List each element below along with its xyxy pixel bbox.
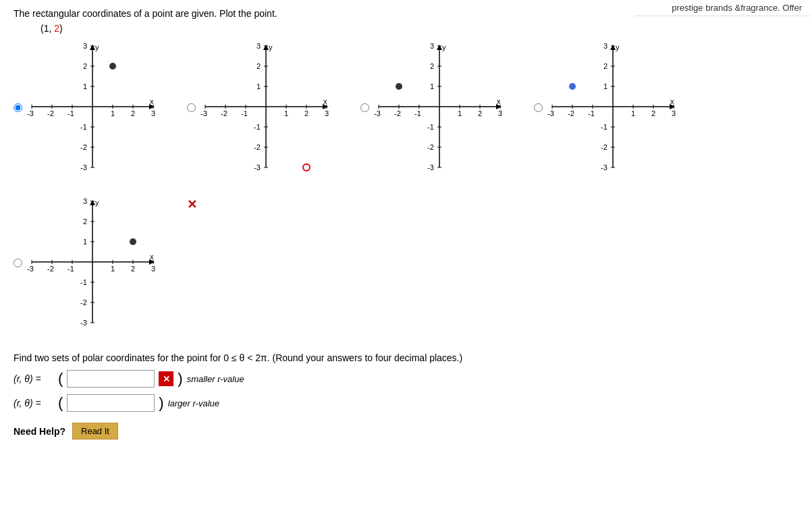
svg-text:-3: -3 [80, 163, 87, 171]
svg-text:-2: -2 [80, 298, 87, 307]
graph4-container: y x 3 2 1 -1 -2 -3 1 [545, 39, 694, 188]
need-help-row: Need Help? Read It [14, 423, 796, 440]
close-paren-1: ) [178, 371, 182, 386]
graph1-dot [109, 63, 116, 70]
polar-input-smaller[interactable] [67, 370, 155, 388]
svg-text:1: 1 [430, 82, 434, 90]
svg-text:-3: -3 [254, 163, 261, 171]
svg-text:-1: -1 [427, 123, 434, 131]
graph5-svg: y x 3 2 1 -1 -2 -3 1 2 [25, 194, 160, 329]
svg-text:-1: -1 [80, 278, 87, 286]
svg-text:-1: -1 [68, 265, 74, 273]
open-paren-2: ( [58, 396, 63, 410]
svg-text:1: 1 [83, 238, 87, 246]
svg-text:x: x [323, 97, 327, 105]
graph3-radio[interactable] [360, 103, 369, 112]
svg-text:-2: -2 [80, 143, 87, 151]
svg-text:-2: -2 [47, 109, 54, 117]
svg-text:-2: -2 [394, 109, 401, 117]
graph2-container: y x 3 2 1 -1 -2 -3 1 2 [198, 39, 347, 188]
svg-text:x: x [670, 97, 674, 105]
svg-text:2: 2 [131, 265, 135, 273]
svg-text:3: 3 [151, 109, 155, 117]
polar-row-smaller: (r, θ) = ( ✕ ) smaller r-value [14, 370, 796, 388]
close-paren-2: ) [159, 396, 163, 410]
svg-text:y: y [95, 43, 99, 51]
graph3-option[interactable]: y x 3 2 1 -1 -2 -3 1 2 [360, 39, 520, 188]
graph1-radio[interactable] [14, 103, 22, 112]
svg-text:1: 1 [631, 109, 635, 117]
svg-text:2: 2 [651, 109, 655, 117]
svg-text:3: 3 [498, 109, 502, 117]
graph5-radio[interactable] [14, 259, 22, 267]
graph4-dot [569, 83, 576, 90]
svg-text:1: 1 [284, 109, 288, 117]
svg-text:-3: -3 [427, 163, 434, 171]
svg-text:3: 3 [256, 42, 261, 50]
open-paren-1: ( [58, 371, 63, 386]
svg-marker-32 [263, 45, 269, 50]
svg-text:3: 3 [151, 265, 155, 273]
svg-text:1: 1 [256, 82, 261, 90]
graph2-svg: y x 3 2 1 -1 -2 -3 1 2 [198, 39, 333, 174]
graphs-top-row: y x 3 2 1 -1 -2 -3 [14, 39, 796, 188]
svg-text:1: 1 [111, 109, 115, 117]
svg-text:y: y [442, 43, 446, 51]
svg-text:x: x [150, 252, 154, 261]
svg-text:2: 2 [83, 217, 87, 225]
graph1-svg: y x 3 2 1 -1 -2 -3 [25, 39, 160, 174]
svg-text:2: 2 [304, 109, 308, 117]
svg-marker-2 [90, 45, 95, 50]
svg-text:-1: -1 [588, 109, 595, 117]
svg-text:x: x [497, 97, 501, 105]
graph1-container: y x 3 2 1 -1 -2 -3 [25, 39, 173, 188]
svg-text:3: 3 [83, 197, 87, 205]
incorrect-mark: ✕ [187, 197, 197, 212]
need-help-text: Need Help? [14, 426, 65, 437]
graph2-radio[interactable] [187, 103, 196, 112]
clear-button-smaller[interactable]: ✕ [159, 371, 173, 386]
svg-text:-1: -1 [68, 109, 74, 117]
read-it-button[interactable]: Read It [72, 423, 118, 440]
svg-text:3: 3 [83, 42, 87, 50]
graph4-option[interactable]: y x 3 2 1 -1 -2 -3 1 [534, 39, 694, 188]
graph5-dot [130, 238, 136, 245]
svg-text:3: 3 [603, 42, 608, 50]
svg-text:-2: -2 [427, 143, 434, 151]
point-label: (1, 2) [40, 23, 796, 34]
graph5-option[interactable]: y x 3 2 1 -1 -2 -3 1 2 [14, 194, 173, 343]
graph4-radio[interactable] [534, 103, 543, 112]
graph3-svg: y x 3 2 1 -1 -2 -3 1 2 [372, 39, 507, 174]
graph2-option[interactable]: y x 3 2 1 -1 -2 -3 1 2 [187, 39, 347, 188]
polar-label-2: (r, θ) = [14, 398, 54, 408]
svg-text:y: y [616, 43, 620, 51]
find-polar-section: Find two sets of polar coordinates for t… [14, 352, 796, 363]
svg-text:-1: -1 [80, 123, 87, 131]
svg-text:-1: -1 [414, 109, 421, 117]
svg-text:1: 1 [603, 82, 608, 90]
larger-r-label: larger r-value [168, 398, 219, 408]
svg-text:-2: -2 [568, 109, 574, 117]
svg-text:2: 2 [131, 109, 135, 117]
svg-text:-3: -3 [200, 109, 207, 117]
svg-text:3: 3 [325, 109, 329, 117]
graph4-svg: y x 3 2 1 -1 -2 -3 1 [545, 39, 680, 174]
svg-text:1: 1 [458, 109, 462, 117]
svg-text:-2: -2 [47, 265, 54, 273]
polar-form: (r, θ) = ( ✕ ) smaller r-value (r, θ) = … [14, 370, 796, 412]
graph2-dot [303, 164, 310, 171]
svg-text:-3: -3 [601, 163, 608, 171]
svg-text:-1: -1 [254, 123, 261, 131]
svg-text:x: x [150, 97, 154, 105]
graph1-option[interactable]: y x 3 2 1 -1 -2 -3 [14, 39, 173, 188]
svg-text:2: 2 [256, 62, 261, 70]
polar-label-1: (r, θ) = [14, 373, 54, 384]
top-bar: prestige brands &fragrance. Offer [634, 0, 810, 16]
graph5-container: y x 3 2 1 -1 -2 -3 1 2 [25, 194, 173, 343]
main-content: The rectangular coordinates of a point a… [0, 0, 810, 453]
smaller-r-label: smaller r-value [187, 374, 244, 384]
polar-input-larger[interactable] [67, 394, 155, 412]
svg-text:3: 3 [430, 42, 434, 50]
svg-text:-3: -3 [80, 319, 87, 327]
graph3-dot [396, 83, 402, 90]
